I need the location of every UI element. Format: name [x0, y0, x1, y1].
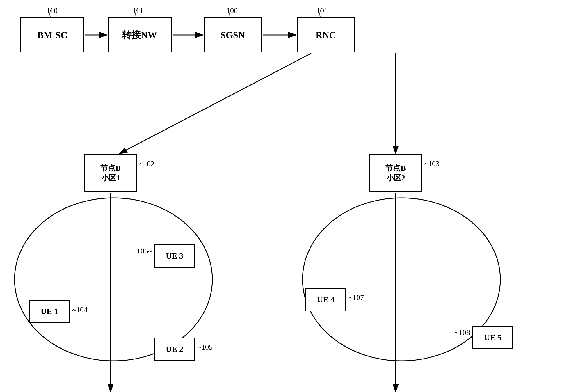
- sgsn-label: SGSN: [221, 29, 245, 40]
- svg-point-1: [303, 198, 500, 361]
- ue2-label: UE 2: [166, 345, 183, 354]
- ue3-ref: 106~: [137, 247, 152, 256]
- bm-sc-tick: [46, 9, 55, 17]
- node-b2-label: 节点B小区2: [385, 163, 406, 183]
- rnc-box: RNC: [297, 17, 355, 52]
- ue4-label: UE 4: [317, 295, 335, 304]
- transit-nw-tick: [132, 9, 141, 17]
- bm-sc-box: BM-SC: [20, 17, 84, 52]
- node-b1-ref: ~102: [139, 159, 154, 168]
- ue1-label: UE 1: [41, 307, 58, 316]
- ue5-box: UE 5: [472, 326, 513, 349]
- sgsn-tick: [226, 9, 234, 17]
- node-b1-box: 节点B小区1: [84, 154, 137, 192]
- ue1-ref: ~104: [72, 306, 88, 314]
- diagram-container: BM-SC 110 转接NW 111 SGSN 100 RNC 101 节点B小…: [0, 0, 585, 392]
- ue1-box: UE 1: [29, 300, 70, 323]
- ue4-box: UE 4: [305, 288, 346, 311]
- ue3-box: UE 3: [154, 244, 195, 268]
- rnc-label: RNC: [316, 29, 336, 40]
- svg-line-6: [119, 53, 311, 154]
- ue4-ref: ~107: [348, 293, 364, 302]
- ue2-ref: ~105: [197, 343, 213, 352]
- rnc-tick: [316, 9, 325, 17]
- node-b2-ref: ~103: [424, 159, 440, 168]
- svg-point-0: [15, 198, 212, 361]
- sgsn-box: SGSN: [204, 17, 262, 52]
- node-b2-box: 节点B小区2: [369, 154, 422, 192]
- transit-nw-label: 转接NW: [122, 29, 157, 40]
- ue5-label: UE 5: [484, 333, 502, 342]
- node-b1-label: 节点B小区1: [100, 163, 120, 183]
- bm-sc-label: BM-SC: [37, 29, 67, 40]
- ue2-box: UE 2: [154, 338, 195, 361]
- ue5-ref: ~108: [455, 328, 470, 337]
- ue3-label: UE 3: [166, 251, 183, 261]
- transit-nw-box: 转接NW: [108, 17, 172, 52]
